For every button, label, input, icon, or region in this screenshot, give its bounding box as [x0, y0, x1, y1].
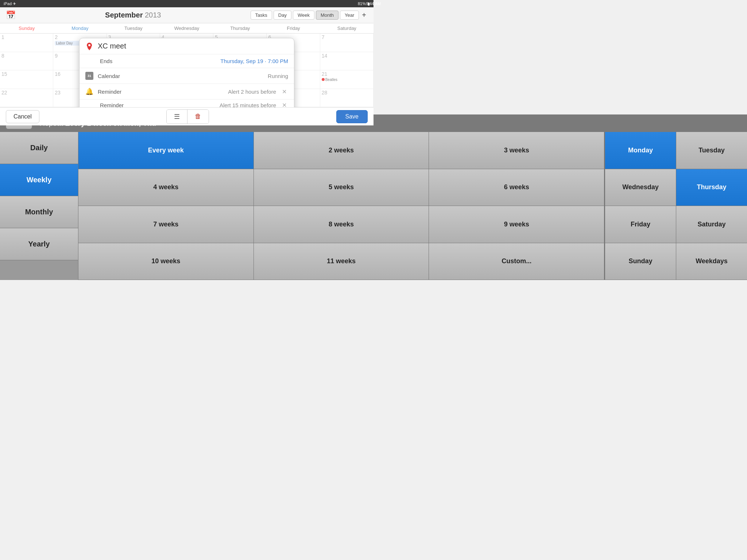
nav-year[interactable]: Year: [340, 11, 359, 20]
nav-month[interactable]: Month: [316, 11, 338, 20]
bell-icon: 🔔: [85, 88, 93, 96]
popup-calendar-row: 31 Calendar Running: [80, 68, 294, 84]
action-center-buttons: ☰ 🗑: [166, 109, 209, 124]
cal-cell-sep21[interactable]: 21Beatles: [320, 70, 374, 89]
cal-cell-sep28[interactable]: 28: [320, 89, 374, 108]
reminder1-remove[interactable]: ✕: [280, 88, 288, 95]
week-11[interactable]: 11 weeks: [254, 243, 374, 280]
reminder1-value: Alert 2 hours before: [228, 89, 276, 95]
save-button[interactable]: Save: [336, 110, 368, 123]
svg-point-2: [88, 44, 90, 46]
day-headers: Sunday Monday Tuesday Wednesday Thursday…: [0, 23, 374, 34]
week-4[interactable]: 4 weeks: [78, 169, 254, 206]
calendar-header: 📅 September 2013 Tasks Day Week Month Ye…: [0, 7, 374, 23]
day-header-friday: Friday: [267, 23, 320, 34]
event-title: XC meet: [98, 42, 126, 50]
action-bar: Cancel ☰ 🗑 Save: [0, 107, 374, 125]
ends-value: Thursday, Sep 19 · 7:00 PM: [220, 58, 288, 64]
nav-buttons: Tasks Day Week Month Year +: [251, 11, 368, 20]
reminder2-label: Reminder: [100, 102, 215, 107]
day-header-thursday: Thursday: [213, 23, 267, 34]
freq-monthly[interactable]: Monthly: [0, 196, 78, 228]
cal-cell-sep1[interactable]: 1: [0, 34, 53, 52]
cal-cell-sep15[interactable]: 15: [0, 70, 53, 89]
calendar-area: Sunday Monday Tuesday Wednesday Thursday…: [0, 23, 374, 107]
week-8[interactable]: 8 weeks: [254, 206, 374, 243]
nav-tasks[interactable]: Tasks: [251, 11, 272, 20]
event-detail-popup: XC meet Ends Thursday, Sep 19 · 7:00 PM …: [79, 38, 294, 107]
status-time: 9:44 AM: [366, 1, 374, 6]
freq-daily[interactable]: Daily: [0, 132, 78, 164]
freq-weekly[interactable]: Weekly: [0, 164, 78, 196]
delete-button[interactable]: 🗑: [187, 110, 209, 124]
week-every[interactable]: Every week: [78, 132, 254, 169]
freq-yearly[interactable]: Yearly: [0, 228, 78, 260]
cal-cell-sep14[interactable]: 14: [320, 52, 374, 71]
calendar-icon: 31: [85, 72, 93, 80]
week-10[interactable]: 10 weeks: [78, 243, 254, 280]
nav-week[interactable]: Week: [293, 11, 314, 20]
week-7[interactable]: 7 weeks: [78, 206, 254, 243]
frequency-column: Daily Weekly Monthly Yearly: [0, 132, 78, 280]
cancel-button[interactable]: Cancel: [6, 110, 39, 123]
popup-reminder1-row: 🔔 Reminder Alert 2 hours before ✕: [80, 84, 294, 100]
notes-button[interactable]: ☰: [167, 110, 187, 124]
day-header-tuesday: Tuesday: [107, 23, 160, 34]
add-event-button[interactable]: +: [360, 11, 368, 19]
location-pin-icon: [85, 42, 93, 50]
nav-day[interactable]: Day: [274, 11, 291, 20]
day-header-saturday: Saturday: [320, 23, 374, 34]
popup-title-row: XC meet: [80, 38, 294, 54]
status-left: iPad ✈: [4, 1, 16, 6]
popup-reminder2-row: Reminder Alert 15 minutes before ✕: [80, 100, 294, 107]
day-header-wednesday: Wednesday: [160, 23, 213, 34]
reminder2-remove[interactable]: ✕: [280, 102, 288, 107]
reminder2-value: Alert 15 minutes before: [220, 102, 276, 107]
status-bar: iPad ✈ 9:44 AM 81% ▮: [0, 0, 374, 7]
cal-cell-sep7[interactable]: 7: [320, 34, 374, 52]
repeat-picker-grid: Daily Weekly Monthly Yearly Every week 2…: [0, 132, 374, 280]
ends-label: Ends: [100, 58, 216, 64]
calendar-icon-today[interactable]: 📅: [6, 11, 16, 20]
cal-cell-sep8[interactable]: 8: [0, 52, 53, 71]
svg-marker-1: [87, 47, 92, 50]
battery-percent: 81%: [358, 1, 366, 6]
week-5[interactable]: 5 weeks: [254, 169, 374, 206]
calendar-label: Calendar: [98, 73, 263, 79]
day-header-sunday: Sunday: [0, 23, 53, 34]
popup-ends-row: Ends Thursday, Sep 19 · 7:00 PM: [80, 54, 294, 68]
calendar-value: Running: [268, 73, 288, 79]
day-header-monday: Monday: [53, 23, 107, 34]
week-2[interactable]: 2 weeks: [254, 132, 374, 169]
calendar-title: September 2013: [105, 11, 161, 19]
weeks-column: Every week 2 weeks 3 weeks 4 weeks 5 wee…: [78, 132, 374, 280]
cal-cell-sep22[interactable]: 22: [0, 89, 53, 108]
repeat-picker-section: Ends Repeat Every 1 week on Mon, Thu Dai…: [0, 125, 374, 277]
reminder1-label: Reminder: [98, 89, 224, 95]
